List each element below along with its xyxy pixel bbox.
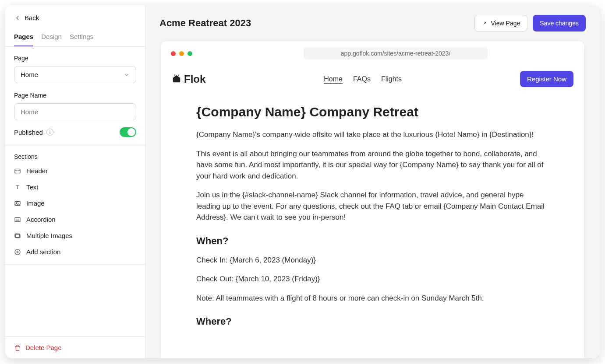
dot-green (188, 51, 192, 56)
chevron-down-icon (124, 72, 130, 78)
delete-page-button[interactable]: Delete Page (5, 336, 145, 358)
content-heading: {Company Name} Company Retreat (196, 105, 549, 119)
logo-text: Flok (184, 73, 205, 85)
section-item-label: Header (26, 167, 48, 175)
house-icon (172, 74, 181, 84)
view-page-button[interactable]: View Page (474, 15, 528, 32)
text-icon (14, 184, 21, 191)
published-label: Published (14, 129, 43, 136)
add-section-button[interactable]: Add section (10, 244, 141, 260)
section-item-image[interactable]: Image (10, 195, 141, 211)
section-item-label: Add section (26, 248, 60, 256)
url-bar: app.goflok.com/sites/acme-retreat-2023/ (304, 47, 488, 60)
view-page-label: View Page (491, 20, 520, 27)
page-select[interactable]: Home (14, 66, 136, 83)
published-left: Published i (14, 129, 53, 136)
save-changes-button[interactable]: Save changes (533, 15, 586, 32)
trash-icon (14, 344, 21, 351)
save-changes-label: Save changes (540, 20, 579, 27)
content-paragraph: This event is all about bringing our tea… (196, 148, 549, 182)
site-logo[interactable]: Flok (172, 73, 205, 85)
content-paragraph: Join us in the {#slack-channel-name} Sla… (196, 189, 549, 223)
section-list: Header Text Image Accordion Multiple Ima… (5, 163, 145, 260)
section-item-accordion[interactable]: Accordion (10, 211, 141, 228)
section-item-label: Multiple Images (26, 232, 72, 239)
image-icon (14, 200, 21, 207)
section-item-label: Accordion (26, 216, 56, 223)
content-paragraph: Check In: {March 6, 2023 (Monday)} (196, 255, 549, 266)
sidebar-tabs: Pages Design Settings (5, 28, 145, 47)
svg-rect-0 (15, 169, 20, 173)
dot-yellow (179, 51, 184, 56)
when-heading: When? (196, 235, 549, 247)
page-name-label: Page Name (14, 92, 136, 99)
sidebar: Back Pages Design Settings Page Home Pag… (5, 5, 145, 358)
arrow-left-icon (14, 14, 21, 21)
content-paragraph: Check Out: {March 10, 2023 (Friday)} (196, 273, 549, 285)
external-link-icon (482, 21, 488, 26)
svg-rect-4 (15, 217, 20, 221)
nav-flights[interactable]: Flights (381, 75, 402, 83)
page-label: Page (14, 55, 136, 62)
nav-links: Home FAQs Flights (324, 75, 402, 83)
page-title: Acme Reatreat 2023 (159, 18, 251, 29)
topbar: Acme Reatreat 2023 View Page Save change… (145, 5, 600, 41)
dot-red (171, 51, 176, 56)
nav-faqs[interactable]: FAQs (353, 75, 371, 83)
multiple-images-icon (14, 232, 21, 239)
section-item-label: Image (26, 200, 45, 207)
page-config-block: Page Home Page Name Published i (5, 47, 145, 145)
section-item-multiple-images[interactable]: Multiple Images (10, 228, 141, 244)
nav-home[interactable]: Home (324, 75, 343, 83)
content-paragraph: {Company Name}'s company-wide offsite wi… (196, 129, 549, 140)
back-button[interactable]: Back (5, 5, 145, 28)
accordion-icon (14, 216, 21, 223)
window-dots (171, 51, 192, 56)
section-item-label: Text (26, 183, 39, 191)
back-label: Back (25, 14, 39, 21)
browser-bar: app.goflok.com/sites/acme-retreat-2023/ (161, 41, 584, 66)
page-select-value: Home (21, 71, 38, 78)
tab-settings[interactable]: Settings (70, 28, 93, 46)
main-area: Acme Reatreat 2023 View Page Save change… (145, 5, 600, 358)
plus-circle-icon (14, 248, 21, 256)
section-item-text[interactable]: Text (10, 179, 141, 195)
section-item-header[interactable]: Header (10, 163, 141, 179)
register-button[interactable]: Register Now (520, 71, 573, 87)
app-window: Back Pages Design Settings Page Home Pag… (5, 5, 600, 358)
sections-heading: Sections (5, 145, 145, 163)
published-toggle[interactable] (120, 127, 136, 137)
header-icon (14, 168, 21, 175)
tab-pages[interactable]: Pages (14, 28, 33, 46)
where-heading: Where? (196, 316, 549, 327)
browser-preview: app.goflok.com/sites/acme-retreat-2023/ … (161, 41, 584, 358)
tab-design[interactable]: Design (41, 28, 62, 46)
info-icon[interactable]: i (46, 129, 53, 136)
content-paragraph: Note: All teammates with a flight of 8 h… (196, 293, 549, 304)
page-content: {Company Name} Company Retreat {Company … (161, 92, 584, 335)
published-row: Published i (14, 127, 136, 137)
page-name-input[interactable] (14, 103, 136, 120)
site-nav: Flok Home FAQs Flights Register Now (161, 66, 584, 92)
top-actions: View Page Save changes (474, 15, 586, 32)
delete-page-label: Delete Page (25, 344, 62, 351)
